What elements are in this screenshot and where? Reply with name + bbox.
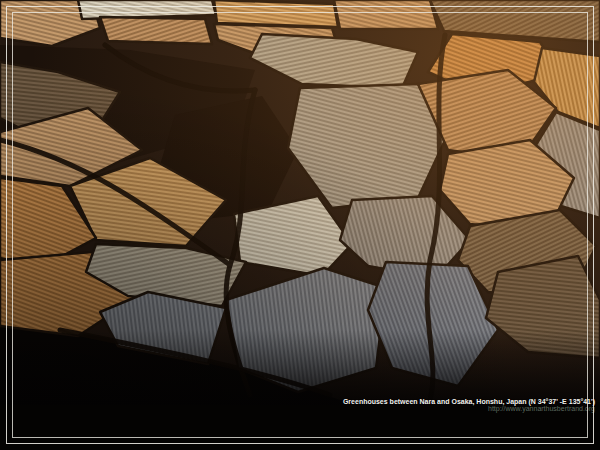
photo-caption: Greenhouses between Nara and Osaka, Hons… <box>343 398 595 412</box>
aerial-photo <box>0 0 600 450</box>
caption-text: Greenhouses between Nara and Osaka, Hons… <box>343 398 595 405</box>
caption-url: http://www.yannarthusbertrand.org <box>343 405 595 412</box>
wallpaper-stage: Greenhouses between Nara and Osaka, Hons… <box>0 0 600 450</box>
lighting-overlays <box>0 0 600 450</box>
